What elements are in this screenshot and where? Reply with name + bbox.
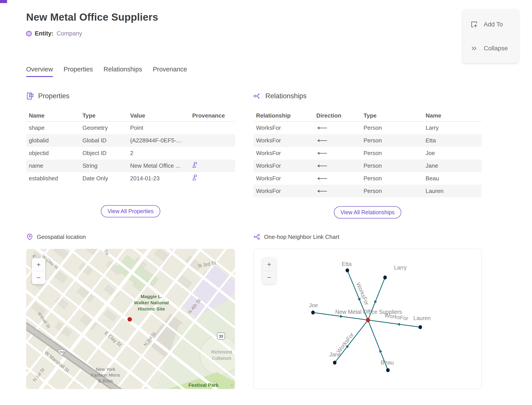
col-relationship: Relationship [253, 112, 314, 119]
direction-left-arrow-icon [316, 139, 327, 143]
link-chart-edge-labels: WorksFor WorksFor WorksFor [335, 282, 409, 354]
node-larry[interactable] [383, 276, 387, 279]
node-center-entity[interactable] [366, 318, 370, 322]
provenance-flag-icon[interactable] [192, 174, 198, 181]
related-entity-link[interactable]: Joe [423, 150, 482, 157]
direction-left-arrow-icon [316, 189, 327, 193]
node-label-joe: Joe [309, 302, 318, 308]
tab-provenance[interactable]: Provenance [153, 66, 187, 77]
map-label-maggie-3: Historic Site [138, 306, 165, 311]
related-entity-link[interactable]: Jane [423, 162, 482, 169]
map-label-maggie-1: Maggie L. [141, 294, 162, 299]
node-label-center: New Metal Office Suppliers [335, 309, 402, 315]
edge-label-worksfor-jane: WorksFor [335, 331, 355, 354]
link-chart-title: One-hop Neighbor Link Chart [264, 234, 339, 240]
add-to-icon [470, 21, 478, 28]
node-label-etta: Etta [342, 261, 352, 267]
direction-left-arrow-icon [316, 151, 327, 155]
col-direction: Direction [314, 112, 361, 119]
map-label-nyf-3: & Boys [98, 378, 113, 383]
relationship-link[interactable]: WorksFor [253, 124, 314, 131]
relationships-table: Relationship Direction Type Name WorksFo… [253, 110, 482, 197]
property-row: shape Geometry Point [26, 122, 235, 134]
map-shield-33-label: 33 [219, 334, 223, 338]
tab-properties[interactable]: Properties [64, 66, 93, 77]
relationship-link[interactable]: WorksFor [253, 137, 314, 144]
relationship-link[interactable]: WorksFor [253, 150, 314, 157]
map-zoom-control: + − [32, 258, 45, 284]
entity-label: Entity: [35, 30, 53, 37]
map-attribution-chevron[interactable]: ^ [231, 384, 233, 389]
map-zoom-in-button[interactable]: + [32, 258, 45, 271]
related-entity-link[interactable]: Beau [423, 175, 482, 182]
link-chart-icon [253, 233, 260, 240]
tab-overview[interactable]: Overview [26, 66, 53, 77]
col-value: Value [127, 112, 190, 119]
entity-type-value: Company [57, 30, 82, 37]
chart-zoom-out-button[interactable]: − [262, 271, 276, 284]
relationships-section-title: Relationships [265, 92, 306, 100]
add-to-button[interactable]: Add To [463, 17, 518, 32]
entity-tabs: Overview Properties Relationships Proven… [26, 66, 187, 77]
link-chart-header: One-hop Neighbor Link Chart [253, 233, 339, 240]
node-lauren[interactable] [419, 325, 422, 329]
property-row: objectid Object ID 2 [26, 147, 235, 160]
view-all-properties-button[interactable]: View All Properties [101, 205, 160, 217]
node-label-lauren: Lauren [413, 315, 431, 321]
properties-table-header: Name Type Value Provenance [26, 110, 235, 122]
related-entity-link[interactable]: Etta [423, 137, 482, 144]
property-row: name String New Metal Office ... [26, 160, 235, 172]
entity-type-icon [26, 31, 32, 36]
relationship-link[interactable]: WorksFor [253, 188, 314, 195]
node-jane[interactable] [333, 361, 337, 365]
node-label-jane: Jane [329, 351, 341, 358]
col-type: Type [361, 112, 423, 119]
chart-zoom-control: + − [262, 258, 276, 284]
collapse-button[interactable]: Collapse [463, 41, 518, 56]
properties-table: Name Type Value Provenance shape Geometr… [26, 110, 235, 185]
properties-icon [26, 92, 34, 100]
relationship-row: WorksFor Person Joe [253, 147, 482, 160]
node-beau[interactable] [386, 368, 390, 372]
collapse-label: Collapse [484, 45, 508, 52]
map-canvas[interactable]: k Rd W Clay St Sa N 3rd St N 4th St arsh… [26, 249, 235, 389]
geospatial-map[interactable]: k Rd W Clay St Sa N 3rd St N 4th St arsh… [26, 249, 235, 389]
direction-left-arrow-icon [316, 164, 327, 168]
related-entity-link[interactable]: Larry [423, 124, 482, 131]
related-entity-link[interactable]: Lauren [423, 188, 482, 195]
add-to-label: Add To [484, 21, 503, 28]
relationship-row: WorksFor Person Beau [253, 172, 482, 185]
relationship-link[interactable]: WorksFor [253, 175, 314, 182]
provenance-flag-icon[interactable] [192, 162, 198, 168]
relationship-row: WorksFor Person Larry [253, 122, 482, 134]
node-etta[interactable] [346, 268, 349, 272]
tab-relationships[interactable]: Relationships [104, 66, 142, 77]
map-label-coliseum: Coliseum [212, 356, 231, 361]
quick-actions-panel: Add To Collapse [463, 10, 518, 63]
col-type: Type [80, 112, 127, 119]
map-zoom-out-button[interactable]: − [32, 271, 45, 284]
relationship-row: WorksFor Person Jane [253, 160, 482, 172]
direction-left-arrow-icon [316, 176, 327, 181]
relationship-link[interactable]: WorksFor [253, 162, 314, 169]
relationships-table-header: Relationship Direction Type Name [253, 110, 482, 122]
relationship-row: WorksFor Person Lauren [253, 185, 482, 197]
relationship-row: WorksFor Person Etta [253, 134, 482, 147]
one-hop-link-chart[interactable]: WorksFor WorksFor WorksFor Etta Larry Jo… [253, 249, 482, 389]
node-joe[interactable] [311, 310, 315, 315]
chart-zoom-in-button[interactable]: + [262, 258, 276, 271]
map-route-shield-33: 33 [217, 333, 225, 339]
properties-section: Properties Name Type Value Provenance sh… [26, 90, 235, 217]
map-entity-marker[interactable] [127, 317, 132, 322]
geospatial-title: Geospatial location [37, 234, 86, 240]
property-row: established Date Only 2014-01-23 [26, 172, 235, 185]
node-label-beau: Beau [381, 359, 394, 365]
col-name: Name [26, 112, 80, 119]
direction-left-arrow-icon [316, 126, 327, 130]
map-label-festival-park: Festival Park [188, 382, 219, 388]
map-label-nyf-1: New York [96, 367, 115, 372]
link-chart-canvas[interactable]: WorksFor WorksFor WorksFor Etta Larry Jo… [253, 249, 482, 389]
link-chart-node-labels: Etta Larry Joe Lauren Jane Beau New Meta… [309, 261, 431, 365]
map-label-richmond: Richmond [211, 349, 232, 354]
view-all-relationships-button[interactable]: View All Relationships [334, 206, 401, 218]
